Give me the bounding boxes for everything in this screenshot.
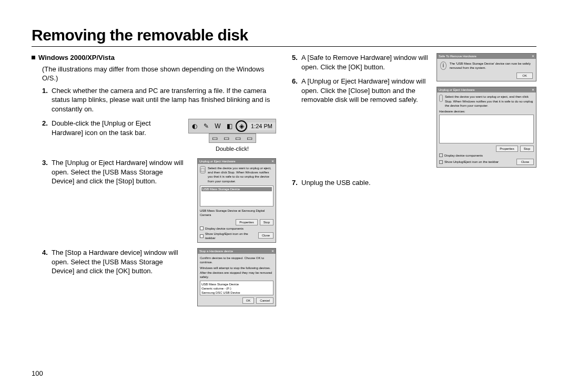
dialog-titlebar: Unplug or Eject Hardware ✕: [198, 159, 276, 164]
tray-icon: ✎: [201, 121, 211, 131]
device-list: [439, 115, 534, 143]
step-3-row: 3. The [Unplug or Eject Hardware] window…: [32, 158, 276, 243]
dialog-title: Unplug or Eject Hardware: [439, 88, 475, 92]
checkbox-icon: [439, 153, 443, 157]
safe-remove-dialog: Safe To Remove Hardware ✕ i The 'USB Mas…: [437, 53, 536, 81]
step-text: The [Unplug or Eject Hardware] window wi…: [52, 158, 187, 186]
close-icon: ✕: [271, 159, 274, 163]
cancel-button: Cancel: [256, 297, 273, 304]
left-column: Windows 2000/XP/Vista (The illustrations…: [32, 53, 276, 312]
dialog-titlebar: Stop a Hardware device ✕: [198, 249, 276, 254]
step-2-row: 2. Double-click the [Unplug or Eject Har…: [32, 119, 276, 153]
dialog-message: Select the device you want to unplug or …: [445, 95, 534, 107]
step-7: 7. Unplug the USB cable.: [292, 178, 536, 188]
step-number: 1.: [42, 86, 52, 114]
eject-hardware-icon: ◈: [236, 120, 247, 132]
close-button: Close: [258, 232, 273, 239]
list-item: Samsung DSC USB Device: [201, 291, 272, 295]
subheading-text: Windows 2000/XP/Vista: [38, 54, 115, 61]
dialog-message: The 'USB Mass Storage Device' device can…: [450, 61, 533, 70]
stop-button: Stop: [520, 146, 534, 152]
intro-note: (The illustrations may differ from those…: [32, 65, 276, 83]
properties-button: Properties: [236, 219, 257, 225]
step-text: Double-click the [Unplug or Eject Hardwa…: [52, 119, 183, 137]
dialog-titlebar: Unplug or Eject Hardware ✕: [437, 87, 536, 92]
unplug-dialog-2: Unplug or Eject Hardware ✕ Select the de…: [437, 87, 536, 168]
figure-caption: Double-click!: [216, 145, 249, 153]
taskbar-time: 1:24 PM: [248, 122, 276, 130]
close-button: Close: [516, 159, 534, 165]
checkbox-icon: [200, 234, 204, 238]
step-number: 6.: [292, 77, 301, 105]
taskbar-figure: ◐ ✎ W ◧ ◈ 1:24 PM ▭ ▭ ▭ ▭ Double-click!: [188, 119, 276, 153]
close-icon: ✕: [532, 88, 534, 92]
step-text: The [Stop a Hardware device] window will…: [52, 248, 187, 276]
square-bullet-icon: [32, 56, 35, 59]
ok-button: OK: [242, 297, 255, 304]
tray-icon: ▭: [233, 133, 244, 143]
checkbox-icon: [200, 226, 204, 230]
stop-button: Stop: [260, 219, 273, 225]
device-description: USB Mass Storage Device at Samsung Digit…: [200, 209, 273, 217]
right-column: 5. A [Safe to Remove Hardware] window wi…: [292, 53, 536, 312]
dialog-message-2: Windows will attempt to stop the followi…: [200, 266, 273, 278]
step-number: 7.: [292, 178, 301, 188]
content-columns: Windows 2000/XP/Vista (The illustrations…: [32, 53, 536, 312]
unplug-dialog: Unplug or Eject Hardware ✕ ⬚ Select the …: [197, 158, 276, 243]
list-item: USB Mass Storage Device: [201, 187, 272, 191]
list-item: USB Mass Storage Device: [201, 282, 272, 286]
checkbox-label: Show Unplug/Eject icon on the taskbar: [205, 232, 258, 240]
checkbox-label: Display device components: [444, 153, 483, 158]
step-text: A [Safe to Remove Hardware] window will …: [301, 53, 431, 71]
hardware-label: Hardware devices:: [439, 109, 534, 114]
properties-button: Properties: [496, 146, 518, 152]
dialog-titlebar: Safe To Remove Hardware ✕: [437, 54, 536, 59]
page-title: Removing the removable disk: [32, 26, 536, 47]
step-text: Unplug the USB cable.: [301, 178, 536, 188]
taskbar-lower: ▭ ▭ ▭ ▭: [209, 133, 256, 143]
tray-icon: ◧: [224, 121, 235, 131]
close-icon: ✕: [532, 54, 534, 58]
dialog-message: Select the device you want to unplug or …: [208, 166, 273, 183]
close-icon: ✕: [271, 249, 274, 253]
stop-device-dialog: Stop a Hardware device ✕ Confirm devices…: [197, 248, 276, 306]
hardware-icon: [439, 95, 443, 102]
list-item: Generic volume - (F:): [201, 286, 272, 291]
checkbox-label: Show Unplug/Eject icon on the taskbar: [444, 160, 499, 164]
dialog-title: Safe To Remove Hardware: [439, 54, 476, 58]
device-list: USB Mass Storage Device: [200, 185, 273, 207]
tray-icon: ▭: [245, 133, 255, 143]
dialog-message: Confirm devices to be stopped. Choose OK…: [200, 256, 273, 264]
dialog-title: Unplug or Eject Hardware: [199, 159, 236, 163]
step-1: 1. Check whether the camera and PC are t…: [32, 86, 276, 114]
device-list: USB Mass Storage Device Generic volume -…: [200, 281, 273, 295]
right-figures: Safe To Remove Hardware ✕ i The 'USB Mas…: [437, 53, 536, 168]
tray-icon: W: [212, 121, 223, 131]
tray-icon: ▭: [221, 133, 232, 143]
step-number: 4.: [42, 248, 52, 276]
steps-5-6-row: 5. A [Safe to Remove Hardware] window wi…: [292, 53, 536, 168]
subheading: Windows 2000/XP/Vista: [32, 53, 276, 63]
step-text: A [Unplug or Eject Hardware] window will…: [301, 77, 431, 105]
ok-button: OK: [516, 73, 533, 79]
step-number: 3.: [42, 158, 52, 186]
info-icon: i: [440, 61, 447, 70]
step-6: 6. A [Unplug or Eject Hardware] window w…: [292, 77, 431, 105]
step-text: Check whether the camera and PC are tran…: [52, 86, 276, 114]
dialog-title: Stop a Hardware device: [199, 249, 233, 253]
tray-icon: ▭: [210, 133, 220, 143]
taskbar: ◐ ✎ W ◧ ◈ 1:24 PM: [188, 119, 276, 133]
step-4-row: 4. The [Stop a Hardware device] window w…: [32, 248, 276, 306]
hardware-icon: ⬚: [200, 166, 206, 173]
step-number: 5.: [292, 53, 301, 71]
step-number: 2.: [42, 119, 52, 137]
page-number: 100: [32, 369, 43, 377]
step-5: 5. A [Safe to Remove Hardware] window wi…: [292, 53, 431, 71]
checkbox-icon: [439, 160, 443, 164]
tray-icon: ◐: [189, 121, 200, 131]
checkbox-label: Display device components: [205, 226, 244, 231]
